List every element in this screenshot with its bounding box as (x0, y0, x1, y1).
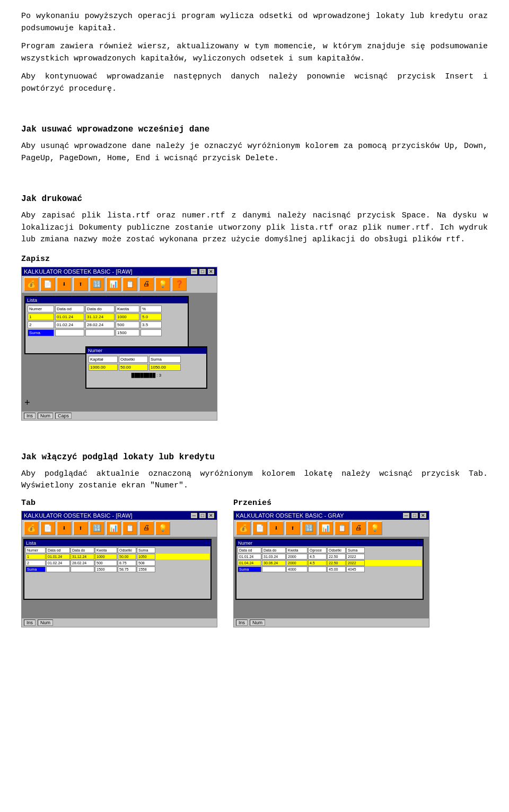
przenies-label: Przenieś (233, 499, 429, 508)
przenies-screenshot: KALKULATOR ODSETEK BASIC - GRAY ─ □ ✕ 💰 … (233, 511, 429, 627)
section-heading-preview: Jak włączyć podgląd lokaty lub kredytu (21, 452, 488, 462)
sim-titlebar-zapisz: KALKULATOR ODSETEK BASIC - [RAW] ─ □ ✕ (22, 267, 217, 276)
section-heading-delete: Jak usuwać wprowadzone wcześniej dane (21, 125, 488, 134)
sim-status-zapisz: Ins Num Caps (22, 411, 217, 420)
przenies-section: Przenieś KALKULATOR ODSETEK BASIC - GRAY… (233, 499, 429, 627)
page-content: Po wykonaniu powyższych operacji program… (21, 11, 488, 627)
tab-section: Tab KALKULATOR ODSETEK BASIC - [RAW] ─ □… (21, 499, 217, 627)
screenshots-row: Tab KALKULATOR ODSETEK BASIC - [RAW] ─ □… (21, 499, 488, 627)
section-heading-print: Jak drukować (21, 194, 488, 204)
paragraph-1: Po wykonaniu powyższych operacji program… (21, 11, 488, 34)
zapisz-screenshot: KALKULATOR ODSETEK BASIC - [RAW] ─ □ ✕ 💰… (21, 267, 217, 421)
paragraph-3: Aby kontynuować wprowadzanie następnych … (21, 71, 488, 95)
sim-inner-zapisz: Lista Numer Data od Data do Kwota % 1 (22, 293, 217, 411)
sim-toolbar-zapisz: 💰 📄 ⬇ ⬆ 🔢 📊 📋 🖨 💡 ❓ (22, 276, 217, 293)
zapisz-section: Zapisz KALKULATOR ODSETEK BASIC - [RAW] … (21, 255, 488, 421)
paragraph-5: Aby zapisać plik lista.rtf oraz numer.rt… (21, 210, 488, 246)
paragraph-6: Aby podglądać aktualnie oznaczoną wyróżn… (21, 468, 488, 492)
paragraph-2: Program zawiera również wiersz, aktualiz… (21, 41, 488, 65)
tab-screenshot: KALKULATOR ODSETEK BASIC - [RAW] ─ □ ✕ 💰… (21, 511, 217, 627)
zapisz-label: Zapisz (21, 255, 488, 264)
paragraph-4: Aby usunąć wprowadzone dane należy je oz… (21, 141, 488, 164)
tab-label: Tab (21, 499, 217, 508)
